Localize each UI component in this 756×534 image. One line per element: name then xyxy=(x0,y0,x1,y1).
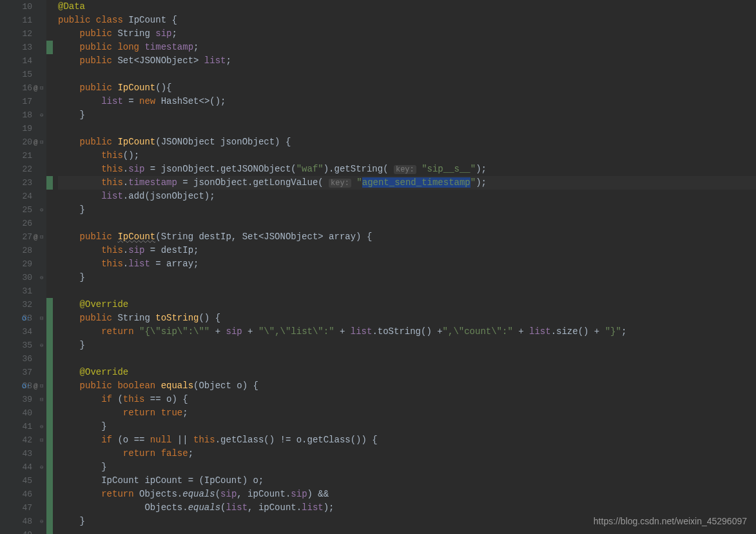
gutter-row[interactable]: 27@⊟ xyxy=(0,230,46,244)
code-line[interactable]: Objects.equals(list, ipCount.list); xyxy=(58,501,756,515)
code-line[interactable]: if (o == null || this.getClass() != o.ge… xyxy=(58,433,756,447)
gutter-row[interactable]: 14 xyxy=(0,54,46,68)
line-number: 47 xyxy=(22,503,32,513)
gutter-row[interactable]: 39⊟ xyxy=(0,393,46,406)
code-line[interactable] xyxy=(58,122,756,135)
gutter-row[interactable]: 17 xyxy=(0,95,46,108)
gutter-row[interactable]: 26 xyxy=(0,217,46,230)
code-line[interactable]: public IpCount(){ xyxy=(58,81,756,95)
gutter-row[interactable]: 41⊖ xyxy=(0,420,46,433)
gutter-row[interactable]: 33O↑⊟ xyxy=(0,312,46,325)
code-line[interactable]: } xyxy=(58,460,756,474)
change-marker xyxy=(46,0,53,14)
gutter-row[interactable]: 49 xyxy=(0,528,46,534)
gutter-row[interactable]: 44⊖ xyxy=(0,460,46,474)
gutter: 10111213141516@⊟1718⊖1920@⊟2122232425⊖26… xyxy=(0,0,46,534)
change-marker xyxy=(46,81,53,95)
gutter-row[interactable]: 28 xyxy=(0,244,46,257)
line-number: 30 xyxy=(22,273,32,282)
code-line[interactable]: return Objects.equals(sip, ipCount.sip) … xyxy=(58,488,756,501)
gutter-row[interactable]: 46 xyxy=(0,488,46,501)
code-line[interactable]: public IpCount(String destIp, Set<JSONOb… xyxy=(58,230,756,244)
code-line[interactable]: list = new HashSet<>(); xyxy=(58,95,756,108)
change-marker xyxy=(46,284,53,298)
gutter-row[interactable]: 12 xyxy=(0,27,46,41)
code-line[interactable]: this.sip = jsonObject.getJSONObject("waf… xyxy=(58,163,756,176)
change-marker xyxy=(46,352,53,366)
code-line[interactable]: public long timestamp; xyxy=(58,41,756,54)
line-number: 40 xyxy=(22,408,32,418)
code-line[interactable]: public class IpCount { xyxy=(58,14,756,27)
code-line[interactable]: public boolean equals(Object o) { xyxy=(58,379,756,393)
code-line[interactable]: } xyxy=(58,108,756,122)
gutter-row[interactable]: 19 xyxy=(0,122,46,135)
code-line[interactable]: this.sip = destIp; xyxy=(58,244,756,257)
gutter-row[interactable]: 20@⊟ xyxy=(0,135,46,149)
code-line[interactable]: if (this == o) { xyxy=(58,393,756,406)
line-number: 35 xyxy=(22,341,32,350)
change-marker xyxy=(46,379,53,393)
code-line[interactable] xyxy=(58,352,756,366)
line-number: 49 xyxy=(22,530,32,534)
code-line[interactable]: return false; xyxy=(58,447,756,460)
gutter-row[interactable]: 11 xyxy=(0,14,46,27)
line-number: 25 xyxy=(22,205,32,215)
gutter-row[interactable]: 15 xyxy=(0,68,46,81)
gutter-row[interactable]: 45 xyxy=(0,474,46,488)
code-area[interactable]: @Datapublic class IpCount { public Strin… xyxy=(53,0,756,534)
line-number: 18 xyxy=(22,110,32,120)
gutter-row[interactable]: 47 xyxy=(0,501,46,515)
gutter-row[interactable]: 36 xyxy=(0,352,46,366)
change-marker xyxy=(46,447,53,460)
gutter-row[interactable]: 25⊖ xyxy=(0,203,46,217)
gutter-row[interactable]: 42⊟ xyxy=(0,433,46,447)
code-line[interactable]: @Data xyxy=(58,0,756,14)
gutter-row[interactable]: 38O↑@⊟ xyxy=(0,379,46,393)
code-line[interactable] xyxy=(58,217,756,230)
code-line[interactable]: return true; xyxy=(58,406,756,420)
code-line[interactable]: return "{\"sip\":\"" + sip + "\",\"list\… xyxy=(58,325,756,339)
gutter-row[interactable]: 23 xyxy=(0,176,46,190)
gutter-row[interactable]: 22 xyxy=(0,163,46,176)
gutter-row[interactable]: 34 xyxy=(0,325,46,339)
code-line[interactable]: this.list = array; xyxy=(58,257,756,271)
code-line[interactable]: } xyxy=(58,339,756,352)
gutter-row[interactable]: 24 xyxy=(0,190,46,203)
code-editor[interactable]: 10111213141516@⊟1718⊖1920@⊟2122232425⊖26… xyxy=(0,0,756,534)
code-line[interactable]: public String sip; xyxy=(58,27,756,41)
code-line[interactable]: } xyxy=(58,271,756,284)
code-line[interactable]: } xyxy=(58,420,756,433)
code-line[interactable] xyxy=(58,528,756,534)
gutter-row[interactable]: 21 xyxy=(0,149,46,163)
code-line[interactable]: public String toString() { xyxy=(58,312,756,325)
line-number: 20 xyxy=(22,137,32,147)
code-line[interactable] xyxy=(58,284,756,298)
line-number: 44 xyxy=(22,462,32,472)
code-line[interactable]: this.timestamp = jsonObject.getLongValue… xyxy=(58,176,756,190)
change-marker xyxy=(46,393,53,406)
code-line[interactable]: public IpCount(JSONObject jsonObject) { xyxy=(58,135,756,149)
change-marker xyxy=(46,95,53,108)
gutter-row[interactable]: 40 xyxy=(0,406,46,420)
gutter-row[interactable]: 48⊖ xyxy=(0,515,46,528)
change-marker xyxy=(46,339,53,352)
code-line[interactable]: list.add(jsonObject); xyxy=(58,190,756,203)
code-line[interactable]: public Set<JSONObject> list; xyxy=(58,54,756,68)
gutter-row[interactable]: 10 xyxy=(0,0,46,14)
gutter-row[interactable]: 30⊖ xyxy=(0,271,46,284)
code-line[interactable]: this(); xyxy=(58,149,756,163)
gutter-row[interactable]: 43 xyxy=(0,447,46,460)
gutter-row[interactable]: 16@⊟ xyxy=(0,81,46,95)
code-line[interactable]: @Override xyxy=(58,298,756,312)
code-line[interactable]: } xyxy=(58,203,756,217)
gutter-row[interactable]: 35⊖ xyxy=(0,339,46,352)
gutter-row[interactable]: 29 xyxy=(0,257,46,271)
code-line[interactable]: IpCount ipCount = (IpCount) o; xyxy=(58,474,756,488)
gutter-row[interactable]: 13 xyxy=(0,41,46,54)
code-line[interactable]: @Override xyxy=(58,366,756,379)
gutter-row[interactable]: 37 xyxy=(0,366,46,379)
gutter-row[interactable]: 18⊖ xyxy=(0,108,46,122)
gutter-row[interactable]: 32 xyxy=(0,298,46,312)
code-line[interactable] xyxy=(58,68,756,81)
gutter-row[interactable]: 31 xyxy=(0,284,46,298)
